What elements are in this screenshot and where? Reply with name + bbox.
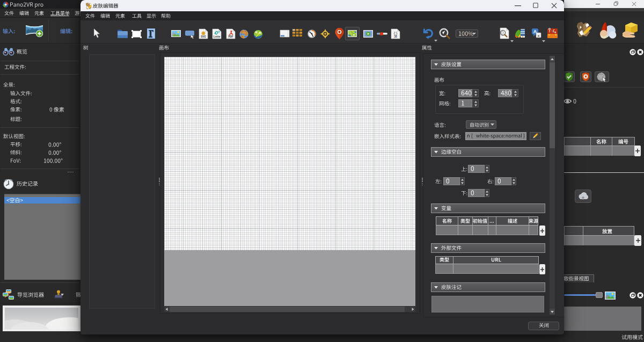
svg-text:SVG: SVG bbox=[201, 35, 206, 38]
svg-text:{;}: {;} bbox=[394, 31, 398, 35]
svg-text:x: x bbox=[538, 33, 540, 38]
svg-text:PDF: PDF bbox=[228, 35, 233, 38]
svg-text:Lottie: Lottie bbox=[214, 35, 221, 38]
svg-text:JS: JS bbox=[394, 35, 397, 38]
